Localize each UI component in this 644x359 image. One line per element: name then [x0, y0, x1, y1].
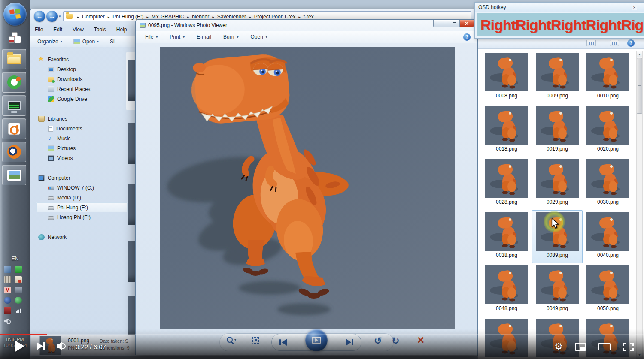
file-thumbnail[interactable]: 0010.png: [583, 51, 633, 104]
taskbar-photo-viewer-icon[interactable]: [2, 165, 26, 185]
breadcrumb-item[interactable]: t-rex: [304, 14, 314, 20]
file-thumbnail[interactable]: 0009.png: [532, 51, 583, 104]
video-time: 0:22 / 6:07: [76, 343, 106, 350]
volume-button[interactable]: [57, 342, 68, 350]
scroll-up-arrow[interactable]: ▲: [637, 51, 642, 57]
sidebar-item-documents[interactable]: Documents: [36, 124, 128, 133]
menu-item[interactable]: E-mail: [197, 34, 211, 40]
start-button[interactable]: [3, 3, 27, 26]
menu-item[interactable]: Tools: [94, 27, 106, 33]
taskbar-media-player-icon[interactable]: [2, 95, 26, 116]
language-indicator[interactable]: EN: [0, 256, 30, 262]
breadcrumb-item[interactable]: MY GRAPHIC: [152, 14, 184, 20]
file-thumbnail[interactable]: 0040.png: [583, 210, 633, 263]
tray-pc-icon[interactable]: [4, 266, 11, 273]
breadcrumb-item[interactable]: Project Poor T-rex: [254, 14, 295, 20]
tray-blue-orb-icon[interactable]: [4, 297, 11, 304]
slideshow-button[interactable]: Sl: [110, 39, 115, 45]
tray-monitor-icon[interactable]: [15, 287, 22, 293]
sidebar-item-music[interactable]: Music: [36, 133, 128, 143]
menu-item[interactable]: Burn▾: [223, 34, 238, 40]
video-progress-bar[interactable]: [0, 334, 644, 335]
tray-grid-app-icon[interactable]: [4, 276, 11, 283]
sidebar-item-computer[interactable]: Computer: [36, 173, 128, 183]
file-thumbnail[interactable]: 0049.png: [532, 263, 583, 317]
back-button[interactable]: ←: [34, 11, 45, 22]
sidebar-item-phi-hung-e[interactable]: Phi Hung (E:): [36, 202, 128, 212]
tray-v-app-icon[interactable]: [4, 287, 11, 293]
history-dropdown-icon[interactable]: ▾: [59, 14, 61, 18]
tray-red-app-icon[interactable]: [4, 307, 11, 314]
preview-pane-button[interactable]: [586, 40, 596, 46]
menu-item[interactable]: Open▾: [250, 34, 267, 40]
title-bar[interactable]: 0095.png - Windows Photo Viewer: [136, 20, 477, 31]
change-view-button[interactable]: [610, 40, 619, 46]
scrollbar-thumb[interactable]: [637, 58, 642, 114]
sidebar-item-google-drive[interactable]: Google Drive: [36, 94, 128, 104]
sidebar-item-window7-c[interactable]: WINDOW 7 (C:): [36, 183, 128, 193]
tray-volume-icon[interactable]: [4, 317, 11, 324]
menu-item[interactable]: File▾: [145, 34, 158, 40]
file-thumbnail[interactable]: 0048.png: [481, 263, 532, 317]
dinosaur-thumbnail-image: [586, 159, 629, 198]
file-thumbnail[interactable]: 0019.png: [532, 104, 583, 157]
menu-item[interactable]: Edit: [53, 27, 62, 33]
tray-signal-bars-icon[interactable]: [15, 307, 22, 314]
tray-green-app-icon[interactable]: [15, 266, 22, 273]
menu-item[interactable]: Help: [116, 27, 127, 33]
menu-item[interactable]: Print▾: [170, 34, 185, 40]
taskbar-explorer-icon[interactable]: [2, 49, 26, 69]
fullscreen-button[interactable]: [623, 343, 634, 351]
tray-folder-app-icon[interactable]: [15, 276, 22, 283]
next-video-button[interactable]: [37, 342, 45, 350]
sidebar-item-recent-places[interactable]: Recent Places: [36, 84, 128, 94]
file-thumbnail[interactable]: 0028.png: [481, 157, 532, 210]
close-button[interactable]: ✕: [460, 20, 474, 27]
breadcrumb-item[interactable]: Computer: [82, 14, 105, 20]
taskbar-coccoc-browser-icon[interactable]: [2, 72, 26, 93]
sidebar-item-desktop[interactable]: Desktop: [36, 64, 128, 74]
help-icon[interactable]: ?: [627, 39, 635, 47]
file-thumbnail[interactable]: 0029.png: [532, 157, 583, 210]
maximize-button[interactable]: [449, 20, 460, 27]
open-button[interactable]: Open▾: [73, 39, 99, 45]
file-thumbnail[interactable]: 0020.png: [583, 104, 633, 157]
windows-logo-icon: [9, 9, 21, 19]
breadcrumb-item[interactable]: blender: [192, 14, 209, 20]
sidebar-item-hoang-phi-f[interactable]: Hoang Phi (F:): [36, 212, 128, 222]
sidebar-item-pictures[interactable]: Pictures: [36, 143, 128, 153]
taskbar-blender-icon[interactable]: [2, 142, 26, 162]
forward-button[interactable]: →: [46, 11, 58, 22]
sidebar-item-libraries[interactable]: Libraries: [36, 114, 128, 124]
chevron-down-icon: ▾: [237, 35, 238, 39]
taskbar-office-app-icon[interactable]: [2, 118, 26, 139]
title-bar[interactable]: OSD hotkey ×: [475, 3, 644, 12]
miniplayer-button[interactable]: [575, 343, 586, 351]
scrollbar[interactable]: ▲ ▼: [636, 51, 643, 359]
file-thumbnail[interactable]: 0050.png: [583, 263, 633, 317]
menu-item[interactable]: File: [35, 27, 43, 33]
sidebar-item-media-d[interactable]: Media (D:): [36, 193, 128, 202]
sidebar-item-favorites[interactable]: Favorites: [36, 54, 128, 64]
file-thumbnail[interactable]: 0018.png: [481, 104, 532, 157]
help-icon[interactable]: ?: [463, 33, 471, 41]
close-icon[interactable]: ×: [632, 5, 637, 10]
menu-item[interactable]: View: [73, 27, 84, 33]
breadcrumb-item[interactable]: Phi Hung (E:): [112, 14, 143, 20]
taskbar-tiles-app-icon[interactable]: [2, 28, 26, 46]
tray-green-orb-icon[interactable]: [15, 297, 22, 304]
minimize-button[interactable]: —: [433, 20, 449, 27]
settings-button[interactable]: ⚙: [554, 341, 563, 352]
theater-mode-button[interactable]: [598, 343, 611, 350]
file-thumbnail[interactable]: 0030.png: [583, 157, 633, 210]
breadcrumb-item[interactable]: Saveblender: [217, 14, 246, 20]
file-thumbnail[interactable]: 0008.png: [481, 51, 532, 104]
organize-button[interactable]: Organize▾: [37, 39, 62, 45]
file-thumbnail[interactable]: 0038.png: [481, 210, 532, 263]
breadcrumb-separator-icon: ▸: [212, 15, 214, 19]
sidebar-item-videos[interactable]: Videos: [36, 153, 128, 163]
sidebar-item-downloads[interactable]: Downloads: [36, 74, 128, 84]
computer-icon: [38, 175, 45, 181]
play-button[interactable]: [15, 340, 24, 352]
sidebar-item-network[interactable]: Network: [36, 232, 128, 242]
